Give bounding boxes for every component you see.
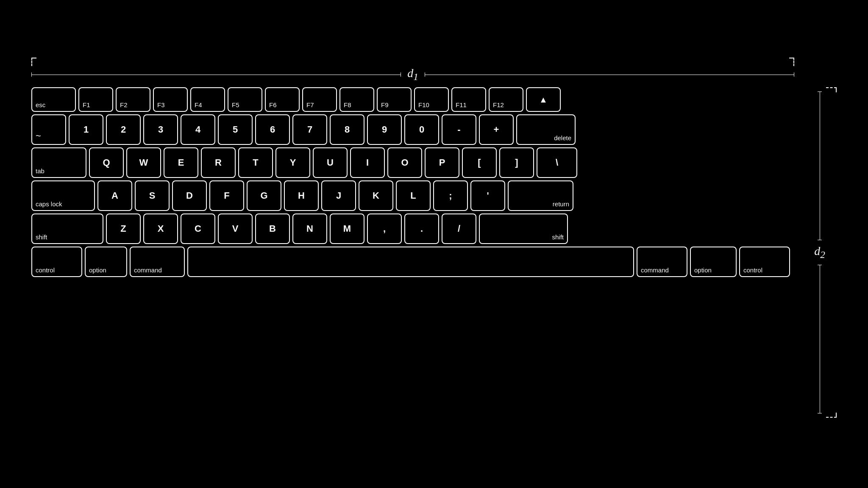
key-t[interactable]: T bbox=[238, 147, 273, 178]
key-f8[interactable]: F8 bbox=[339, 87, 374, 112]
key-quote[interactable]: ' bbox=[470, 180, 505, 211]
key-o[interactable]: O bbox=[387, 147, 422, 178]
keyboard: esc F1 F2 F3 F4 F5 F6 F7 F8 F9 F10 F11 F… bbox=[31, 87, 790, 277]
key-k[interactable]: K bbox=[359, 180, 393, 211]
key-i[interactable]: I bbox=[350, 147, 385, 178]
key-control-left[interactable]: control bbox=[31, 247, 82, 277]
key-space[interactable] bbox=[187, 247, 634, 277]
d2-label: d2 bbox=[814, 240, 825, 265]
key-control-right[interactable]: control bbox=[739, 247, 790, 277]
key-shift-right[interactable]: shift bbox=[479, 214, 568, 244]
key-1[interactable]: 1 bbox=[69, 114, 103, 145]
key-return[interactable]: return bbox=[508, 180, 573, 211]
key-y[interactable]: Y bbox=[275, 147, 310, 178]
key-period[interactable]: . bbox=[404, 214, 439, 244]
key-j[interactable]: J bbox=[321, 180, 356, 211]
key-7[interactable]: 7 bbox=[292, 114, 327, 145]
key-g[interactable]: G bbox=[247, 180, 281, 211]
d2-line-top bbox=[820, 92, 820, 240]
key-4[interactable]: 4 bbox=[181, 114, 215, 145]
key-0[interactable]: 0 bbox=[404, 114, 439, 145]
key-minus[interactable]: - bbox=[442, 114, 476, 145]
key-d[interactable]: D bbox=[172, 180, 207, 211]
d2-line-bottom bbox=[820, 265, 820, 413]
key-plus[interactable]: + bbox=[479, 114, 514, 145]
key-delete[interactable]: delete bbox=[516, 114, 576, 145]
key-8[interactable]: 8 bbox=[330, 114, 364, 145]
key-u[interactable]: U bbox=[313, 147, 348, 178]
key-f6[interactable]: F6 bbox=[265, 87, 300, 112]
d1-right-dashed-corner bbox=[789, 58, 794, 66]
key-m[interactable]: M bbox=[330, 214, 364, 244]
key-c[interactable]: C bbox=[181, 214, 215, 244]
key-b[interactable]: B bbox=[255, 214, 290, 244]
key-comma[interactable]: , bbox=[367, 214, 402, 244]
key-s[interactable]: S bbox=[135, 180, 170, 211]
key-9[interactable]: 9 bbox=[367, 114, 402, 145]
key-5[interactable]: 5 bbox=[218, 114, 253, 145]
key-f1[interactable]: F1 bbox=[78, 87, 113, 112]
key-f3[interactable]: F3 bbox=[153, 87, 188, 112]
key-h[interactable]: H bbox=[284, 180, 319, 211]
qwerty-row: tab Q W E R T Y U I O P [ ] \ bbox=[31, 147, 790, 178]
key-capslock[interactable]: caps lock bbox=[31, 180, 95, 211]
key-backslash[interactable]: \ bbox=[537, 147, 577, 178]
key-slash[interactable]: / bbox=[442, 214, 476, 244]
number-row: ~ 1 2 3 4 5 6 7 8 9 0 - + delete bbox=[31, 114, 790, 145]
key-lbracket[interactable]: [ bbox=[462, 147, 497, 178]
main-container: d1 d2 esc F1 F2 F3 F4 F5 F6 F7 F8 F9 F10… bbox=[31, 53, 837, 435]
key-f7[interactable]: F7 bbox=[302, 87, 337, 112]
key-f9[interactable]: F9 bbox=[377, 87, 412, 112]
key-f12[interactable]: F12 bbox=[489, 87, 523, 112]
key-option-right[interactable]: option bbox=[690, 247, 737, 277]
key-option-left[interactable]: option bbox=[85, 247, 127, 277]
shift-row: shift Z X C V B N M , . / shift bbox=[31, 214, 790, 244]
d1-label: d1 bbox=[401, 67, 425, 83]
key-n[interactable]: N bbox=[292, 214, 327, 244]
key-x[interactable]: X bbox=[143, 214, 178, 244]
key-rbracket[interactable]: ] bbox=[499, 147, 534, 178]
key-6[interactable]: 6 bbox=[255, 114, 290, 145]
key-2[interactable]: 2 bbox=[106, 114, 141, 145]
key-p[interactable]: P bbox=[425, 147, 459, 178]
key-eject[interactable]: ▲ bbox=[526, 87, 561, 112]
key-q[interactable]: Q bbox=[89, 147, 124, 178]
key-w[interactable]: W bbox=[126, 147, 161, 178]
key-esc[interactable]: esc bbox=[31, 87, 76, 112]
key-semicolon[interactable]: ; bbox=[433, 180, 468, 211]
key-f5[interactable]: F5 bbox=[228, 87, 262, 112]
bottom-row: control option command command option co… bbox=[31, 247, 790, 277]
key-tilde[interactable]: ~ bbox=[31, 114, 66, 145]
key-command-right[interactable]: command bbox=[637, 247, 687, 277]
key-r[interactable]: R bbox=[201, 147, 236, 178]
key-f10[interactable]: F10 bbox=[414, 87, 449, 112]
fn-row: esc F1 F2 F3 F4 F5 F6 F7 F8 F9 F10 F11 F… bbox=[31, 87, 790, 112]
key-3[interactable]: 3 bbox=[143, 114, 178, 145]
key-z[interactable]: Z bbox=[106, 214, 141, 244]
key-shift-left[interactable]: shift bbox=[31, 214, 103, 244]
key-tab[interactable]: tab bbox=[31, 147, 86, 178]
key-f11[interactable]: F11 bbox=[451, 87, 486, 112]
home-row: caps lock A S D F G H J K L ; ' return bbox=[31, 180, 790, 211]
key-l[interactable]: L bbox=[396, 180, 431, 211]
key-command-left[interactable]: command bbox=[130, 247, 185, 277]
key-v[interactable]: V bbox=[218, 214, 253, 244]
d1-dimension: d1 bbox=[31, 66, 794, 83]
d1-line-right bbox=[425, 75, 794, 75]
key-f4[interactable]: F4 bbox=[190, 87, 225, 112]
key-f2[interactable]: F2 bbox=[116, 87, 150, 112]
key-e[interactable]: E bbox=[164, 147, 198, 178]
key-f[interactable]: F bbox=[209, 180, 244, 211]
d1-line-left bbox=[31, 75, 401, 75]
d2-dimension: d2 bbox=[803, 92, 837, 413]
d1-left-dashed-corner bbox=[31, 58, 36, 66]
key-a[interactable]: A bbox=[97, 180, 132, 211]
